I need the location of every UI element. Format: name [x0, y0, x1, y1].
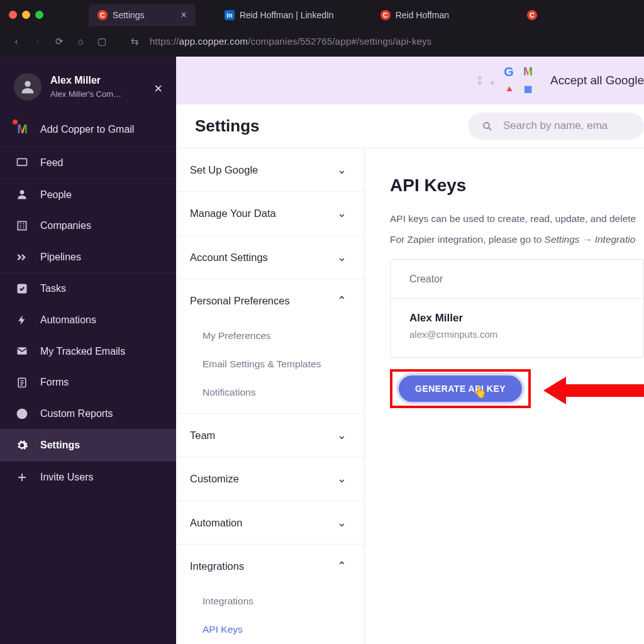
panel-desc-2: For Zapier integration, please go to Set… — [390, 233, 644, 247]
linkedin-favicon-icon: in — [225, 10, 235, 20]
search-icon — [482, 121, 493, 132]
main-panel: API Keys API keys can be used to create,… — [365, 148, 644, 644]
sidebar-item-feed[interactable]: Feed — [0, 147, 176, 179]
chevron-down-icon: ⌄ — [337, 471, 347, 486]
sidebar-item-label: My Tracked Emails — [40, 345, 125, 358]
sidebar-item-label: Custom Reports — [40, 407, 113, 421]
settings-nav-customize[interactable]: Customize ⌄ — [176, 457, 364, 501]
creator-card: Creator Alex Miller alex@crminputs.com — [390, 259, 644, 358]
sidebar-item-custom-reports[interactable]: Custom Reports — [0, 398, 176, 430]
sidebar-item-label: Automations — [40, 313, 96, 327]
copper-favicon-icon: C — [97, 10, 108, 20]
search-input[interactable]: Search by name, ema — [468, 113, 644, 140]
chevron-up-icon: ⌃ — [337, 293, 347, 308]
chevron-up-icon: ⌃ — [337, 558, 347, 574]
sidebar-item-label: Invite Users — [40, 470, 93, 484]
sidebar-item-automations[interactable]: Automations — [0, 304, 176, 336]
settings-nav-label: Integrations — [190, 559, 244, 573]
address-bar[interactable]: https://app.copper.com/companies/552765/… — [150, 35, 432, 48]
sidebar-item-tasks[interactable]: Tasks — [0, 273, 176, 304]
window-minimize-icon[interactable] — [22, 11, 30, 19]
bookmark-icon[interactable]: ▢ — [96, 35, 108, 48]
settings-nav-label: Set Up Google — [190, 163, 258, 177]
browser-tab-copper[interactable]: C Reid Hoffman — [343, 4, 458, 26]
sidebar-item-forms[interactable]: Forms — [0, 367, 176, 398]
settings-nav-integrations-sub[interactable]: Integrations — [176, 587, 364, 616]
back-icon[interactable]: ‹ — [10, 35, 23, 48]
generate-api-key-button[interactable]: GENERATE API KEY — [399, 375, 522, 402]
window-controls — [9, 11, 43, 19]
monitor-icon — [15, 157, 29, 169]
close-tab-icon[interactable]: × — [150, 8, 187, 22]
settings-nav-automation[interactable]: Automation ⌄ — [176, 501, 364, 545]
settings-nav-api-keys[interactable]: API Keys — [176, 616, 364, 644]
mail-icon — [15, 345, 29, 357]
creator-email: alex@crminputs.com — [409, 328, 625, 341]
panel-desc-1: API keys can be used to create, read, up… — [390, 213, 644, 226]
home-icon[interactable]: ⌂ — [74, 35, 87, 48]
browser-tab-extra[interactable]: C — [458, 4, 546, 26]
window-maximize-icon[interactable] — [35, 11, 43, 19]
page-title: Settings — [195, 115, 260, 137]
left-sidebar: Alex Miller Alex Miller's Com… × M Add C… — [0, 57, 176, 644]
gear-icon — [15, 439, 29, 452]
google-banner[interactable]: ✦✦ ✦ G M 🔺 ▦ Accept all Google — [176, 57, 644, 104]
forward-icon[interactable]: › — [31, 35, 44, 48]
sidebar-item-label: Tasks — [40, 282, 66, 296]
sidebar-item-invite-users[interactable]: Invite Users — [0, 461, 176, 493]
settings-nav-email-templates[interactable]: Email Settings & Templates — [176, 350, 364, 379]
chevrons-icon — [15, 251, 29, 264]
settings-nav-integrations[interactable]: Integrations ⌃ — [176, 545, 364, 587]
settings-nav-team[interactable]: Team ⌄ — [176, 414, 364, 457]
plus-icon — [15, 472, 29, 483]
settings-nav-label: Manage Your Data — [190, 206, 276, 220]
chevron-down-icon: ⌄ — [337, 250, 347, 265]
site-settings-icon[interactable]: ⇆ — [128, 35, 141, 48]
chevron-down-icon: ⌄ — [337, 515, 347, 530]
settings-nav-personal-prefs[interactable]: Personal Preferences ⌃ — [176, 279, 364, 322]
settings-nav-label: Customize — [190, 472, 239, 486]
user-name: Alex Miller — [50, 74, 121, 87]
settings-nav-setup-google[interactable]: Set Up Google ⌄ — [176, 148, 364, 192]
cursor-icon: 👆 — [473, 384, 487, 399]
settings-nav-label: Automation — [190, 516, 242, 530]
settings-nav-my-preferences[interactable]: My Preferences — [176, 322, 364, 350]
sidebar-item-gmail[interactable]: M Add Copper to Gmail — [0, 112, 176, 147]
panel-title: API Keys — [390, 174, 644, 197]
spark-icon: ✦✦ ✦ — [476, 75, 496, 86]
reload-icon[interactable]: ⟳ — [53, 35, 65, 48]
browser-tab-linkedin[interactable]: in Reid Hoffman | LinkedIn — [216, 4, 343, 26]
creator-name: Alex Miller — [409, 311, 625, 326]
pie-icon — [15, 408, 29, 420]
svg-rect-3 — [18, 221, 26, 230]
card-header: Creator — [391, 260, 643, 299]
window-close-icon[interactable] — [9, 11, 17, 19]
search-placeholder: Search by name, ema — [503, 119, 608, 133]
close-icon[interactable]: × — [154, 79, 162, 98]
sidebar-item-pipelines[interactable]: Pipelines — [0, 242, 176, 274]
gmail-icon: M — [15, 121, 29, 138]
sidebar-item-label: Pipelines — [40, 250, 81, 264]
sidebar-item-companies[interactable]: Companies — [0, 210, 176, 242]
sidebar-item-people[interactable]: People — [0, 179, 176, 211]
browser-toolbar: ‹ › ⟳ ⌂ ▢ ⇆ https://app.copper.com/compa… — [0, 26, 644, 57]
sidebar-item-label: Feed — [40, 156, 63, 170]
sidebar-item-settings[interactable]: Settings — [0, 430, 176, 461]
settings-nav-manage-data[interactable]: Manage Your Data ⌄ — [176, 192, 364, 235]
sidebar-item-tracked-emails[interactable]: My Tracked Emails — [0, 336, 176, 367]
profile-block[interactable]: Alex Miller Alex Miller's Com… × — [0, 64, 176, 112]
bolt-icon — [15, 314, 29, 326]
annotation-arrow-icon — [543, 377, 644, 404]
copper-favicon-icon: C — [527, 10, 537, 20]
svg-point-7 — [484, 123, 489, 128]
copper-favicon-icon: C — [380, 10, 391, 20]
settings-nav-account[interactable]: Account Settings ⌄ — [176, 236, 364, 279]
browser-tab-settings[interactable]: C Settings × — [89, 4, 196, 26]
sidebar-item-label: Add Copper to Gmail — [40, 123, 134, 136]
sidebar-item-label: Forms — [40, 375, 69, 389]
chevron-down-icon: ⌄ — [337, 162, 347, 177]
annotation-highlight: GENERATE API KEY 👆 — [390, 369, 531, 408]
settings-nav-label: Personal Preferences — [190, 294, 290, 308]
settings-nav-label: Team — [190, 428, 215, 442]
settings-nav-notifications[interactable]: Notifications — [176, 379, 364, 414]
